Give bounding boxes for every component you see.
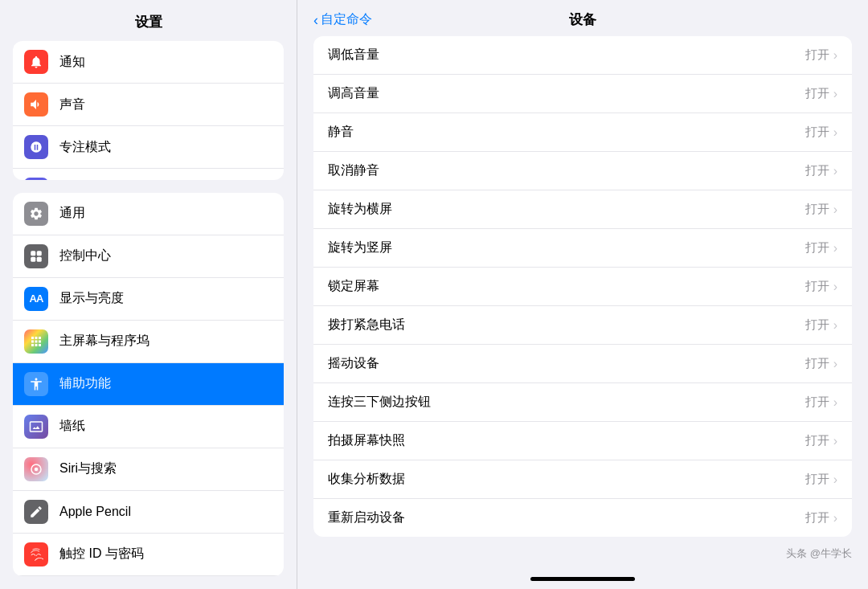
- settings-row[interactable]: 拍摄屏幕快照 打开 ›: [313, 422, 852, 460]
- row-label: 调低音量: [328, 47, 379, 63]
- sidebar: 设置 通知 声音: [0, 0, 297, 589]
- row-right: 打开 ›: [805, 433, 837, 448]
- settings-row[interactable]: 调高音量 打开 ›: [313, 75, 852, 113]
- siri-label: Siri与搜索: [59, 460, 117, 477]
- row-label: 拨打紧急电话: [328, 317, 405, 333]
- focus-icon: [24, 135, 48, 159]
- settings-row[interactable]: 重新启动设备 打开 ›: [313, 499, 852, 537]
- back-chevron-icon: ‹: [313, 13, 318, 27]
- wallpaper-icon: [24, 415, 48, 439]
- svg-rect-1: [37, 251, 42, 256]
- svg-rect-2: [31, 257, 35, 262]
- row-value: 打开: [805, 86, 829, 101]
- row-value: 打开: [805, 317, 829, 333]
- home-indicator: [530, 577, 635, 581]
- settings-row[interactable]: 调低音量 打开 ›: [313, 36, 852, 75]
- settings-row[interactable]: 连按三下侧边按钮 打开 ›: [313, 383, 852, 422]
- row-value: 打开: [805, 472, 829, 487]
- sidebar-item-homescreen[interactable]: 主屏幕与程序坞: [13, 321, 284, 363]
- panel-title: 设备: [569, 10, 596, 29]
- sidebar-item-controlcenter[interactable]: 控制中心: [13, 235, 284, 278]
- accessibility-icon: [24, 372, 48, 396]
- sidebar-item-screentime[interactable]: 屏幕使用时间: [13, 169, 284, 180]
- row-right: 打开 ›: [805, 472, 837, 487]
- display-label: 显示与亮度: [59, 290, 124, 307]
- sidebar-item-general[interactable]: 通用: [13, 193, 284, 235]
- row-chevron-icon: ›: [833, 241, 837, 256]
- sounds-icon: [24, 92, 48, 117]
- applepencil-icon: [24, 500, 48, 524]
- row-value: 打开: [805, 47, 829, 63]
- row-label: 调高音量: [328, 85, 379, 102]
- row-value: 打开: [805, 395, 829, 410]
- sidebar-section-2: 通用 控制中心 AA 显示与亮度: [13, 193, 284, 576]
- back-button[interactable]: ‹ 自定命令: [313, 11, 372, 28]
- row-value: 打开: [805, 510, 829, 526]
- notifications-icon: [24, 50, 48, 74]
- row-label: 连按三下侧边按钮: [328, 394, 431, 411]
- row-right: 打开 ›: [805, 395, 837, 410]
- homescreen-icon: [24, 329, 48, 354]
- sidebar-item-sounds[interactable]: 声音: [13, 84, 284, 126]
- row-chevron-icon: ›: [833, 318, 837, 333]
- sidebar-item-focus[interactable]: 专注模式: [13, 126, 284, 169]
- sidebar-item-siri[interactable]: Siri与搜索: [13, 448, 284, 491]
- row-chevron-icon: ›: [833, 125, 837, 140]
- settings-row[interactable]: 拨打紧急电话 打开 ›: [313, 306, 852, 345]
- settings-row[interactable]: 收集分析数据 打开 ›: [313, 460, 852, 499]
- row-chevron-icon: ›: [833, 87, 837, 101]
- main-panel: ‹ 自定命令 设备 调低音量 打开 › 调高音量 打开 › 静音 打开: [297, 0, 868, 589]
- row-label: 锁定屏幕: [328, 278, 379, 295]
- row-label: 重新启动设备: [328, 509, 405, 526]
- settings-row[interactable]: 取消静音 打开 ›: [313, 152, 852, 190]
- sidebar-item-faceid[interactable]: 触控 ID 与密码: [13, 534, 284, 576]
- sounds-label: 声音: [59, 96, 85, 113]
- row-right: 打开 ›: [805, 202, 837, 217]
- row-chevron-icon: ›: [833, 357, 837, 371]
- settings-row[interactable]: 摇动设备 打开 ›: [313, 345, 852, 383]
- row-value: 打开: [805, 163, 829, 178]
- faceid-label: 触控 ID 与密码: [59, 546, 144, 562]
- row-right: 打开 ›: [805, 510, 837, 526]
- homescreen-label: 主屏幕与程序坞: [59, 333, 149, 350]
- controlcenter-label: 控制中心: [59, 247, 111, 264]
- sidebar-item-notifications[interactable]: 通知: [13, 41, 284, 84]
- svg-rect-0: [31, 251, 35, 256]
- panel-content: 调低音量 打开 › 调高音量 打开 › 静音 打开 › 取消静音 打开 ›: [297, 36, 868, 538]
- row-label: 拍摄屏幕快照: [328, 432, 405, 449]
- row-chevron-icon: ›: [833, 511, 837, 526]
- accessibility-label: 辅助功能: [59, 375, 111, 392]
- panel-header: ‹ 自定命令 设备: [297, 0, 868, 36]
- watermark: 头条 @牛学长: [786, 546, 852, 561]
- sidebar-item-wallpaper[interactable]: 墙纸: [13, 406, 284, 448]
- svg-point-5: [35, 468, 39, 472]
- back-label: 自定命令: [321, 11, 372, 28]
- row-label: 摇动设备: [328, 355, 379, 372]
- focus-label: 专注模式: [59, 139, 111, 156]
- row-value: 打开: [805, 240, 829, 256]
- row-value: 打开: [805, 279, 829, 294]
- row-right: 打开 ›: [805, 125, 837, 140]
- settings-row[interactable]: 锁定屏幕 打开 ›: [313, 268, 852, 306]
- settings-row[interactable]: 旋转为横屏 打开 ›: [313, 190, 852, 229]
- siri-icon: [24, 457, 48, 481]
- row-right: 打开 ›: [805, 86, 837, 101]
- sidebar-item-accessibility[interactable]: 辅助功能: [13, 363, 284, 406]
- faceid-icon: [24, 542, 48, 567]
- row-value: 打开: [805, 356, 829, 371]
- settings-row[interactable]: 旋转为竖屏 打开 ›: [313, 229, 852, 268]
- settings-row[interactable]: 静音 打开 ›: [313, 113, 852, 152]
- settings-section-device: 调低音量 打开 › 调高音量 打开 › 静音 打开 › 取消静音 打开 ›: [313, 36, 852, 537]
- row-chevron-icon: ›: [833, 280, 837, 294]
- screentime-icon: [24, 178, 48, 180]
- sidebar-item-display[interactable]: AA 显示与亮度: [13, 278, 284, 321]
- general-label: 通用: [59, 205, 85, 222]
- row-value: 打开: [805, 433, 829, 448]
- row-label: 收集分析数据: [328, 471, 405, 488]
- notifications-label: 通知: [59, 54, 85, 71]
- sidebar-item-applepencil[interactable]: Apple Pencil: [13, 491, 284, 534]
- row-right: 打开 ›: [805, 356, 837, 371]
- row-value: 打开: [805, 125, 829, 140]
- row-label: 旋转为竖屏: [328, 239, 392, 256]
- row-right: 打开 ›: [805, 240, 837, 256]
